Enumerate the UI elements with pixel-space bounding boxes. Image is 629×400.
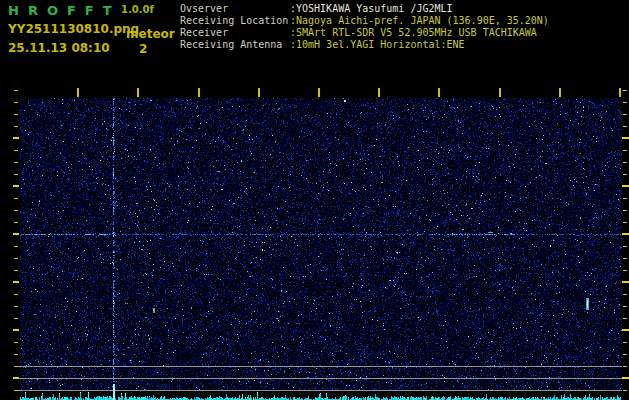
- info-label: Ovserver: [180, 3, 228, 14]
- app-title: HROFFT: [8, 3, 121, 18]
- info-label: Receiving Antenna: [180, 39, 282, 50]
- observer-info-row: Receiving Antenna:10mH 3el.YAGI Horizont…: [180, 39, 629, 50]
- info-label: Receiving Location: [180, 15, 288, 26]
- observer-info-row: Receiver:SMArt RTL-SDR V5 52.905MHz USB …: [180, 27, 629, 38]
- hrofft-screen: HROFFT 1.0.0f YY2511130810.png meteor 25…: [0, 0, 629, 400]
- spectrogram-canvas: [0, 76, 629, 400]
- app-version: 1.0.0f: [121, 4, 154, 15]
- meteor-echo-count: 2: [139, 42, 147, 56]
- info-value: :10mH 3el.YAGI Horizontal:ENE: [290, 39, 465, 50]
- info-value: :Nagoya Aichi-pref. JAPAN (136.90E, 35.2…: [290, 15, 549, 26]
- info-value: :YOSHIKAWA Yasufumi /JG2MLI: [290, 3, 453, 14]
- observer-info-row: Ovserver:YOSHIKAWA Yasufumi /JG2MLI: [180, 3, 629, 14]
- observation-timestamp: 25.11.13 08:10: [8, 41, 110, 55]
- observation-mode: meteor: [126, 27, 175, 41]
- observer-info-row: Receiving Location:Nagoya Aichi-pref. JA…: [180, 15, 629, 26]
- info-label: Receiver: [180, 27, 228, 38]
- info-value: :SMArt RTL-SDR V5 52.905MHz USB TACHIKAW…: [290, 27, 537, 38]
- output-filename: YY2511130810.png: [8, 22, 139, 36]
